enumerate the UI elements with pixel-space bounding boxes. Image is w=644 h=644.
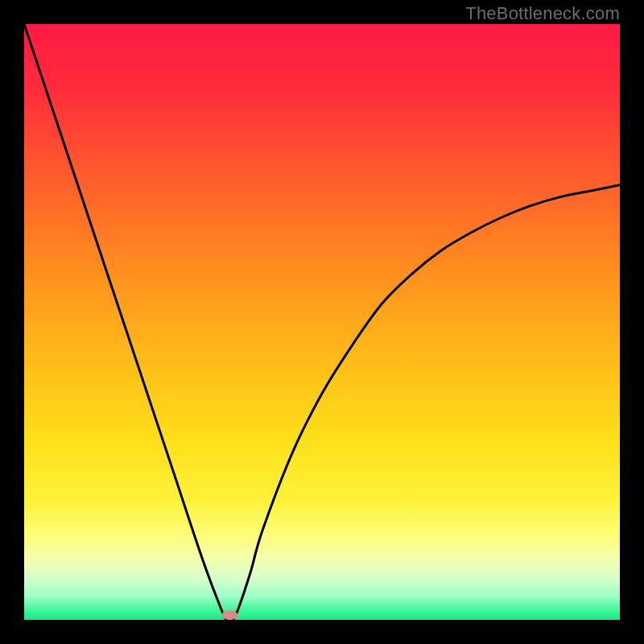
- attribution-text: TheBottleneck.com: [465, 3, 620, 24]
- bottleneck-chart: [24, 24, 620, 620]
- chart-frame: [24, 24, 620, 620]
- gradient-background: [24, 24, 620, 620]
- minimum-marker: [221, 610, 237, 620]
